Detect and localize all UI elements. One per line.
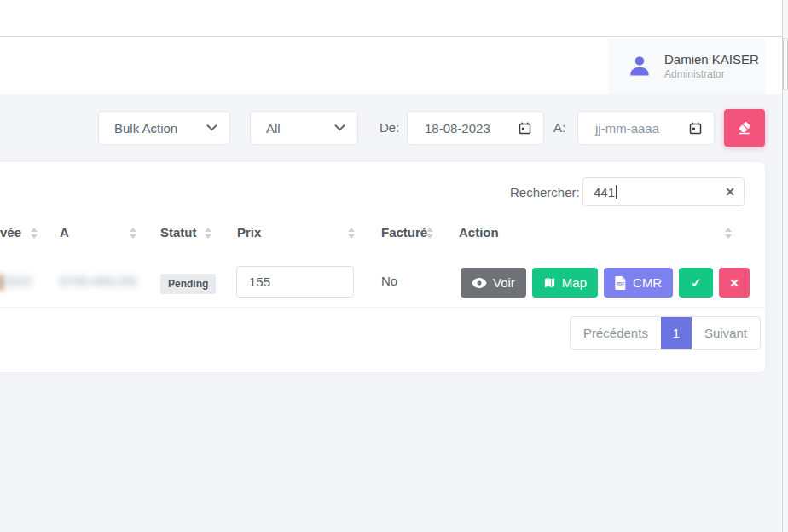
scrollbar-thumb[interactable] (783, 38, 788, 90)
user-avatar-icon (627, 53, 652, 78)
sort-icon[interactable] (130, 228, 136, 239)
close-icon: ✕ (729, 276, 739, 290)
price-value: 155 (249, 275, 270, 289)
sort-icon[interactable] (31, 228, 38, 239)
date-from-label: De: (380, 120, 399, 135)
search-input[interactable]: 441 ✕ (582, 177, 745, 206)
column-header-a[interactable]: A (60, 225, 69, 240)
status-filter-value: All (266, 121, 281, 136)
date-to-label: A: (553, 120, 565, 135)
top-navbar (0, 0, 782, 37)
search-label: Rechercher: (510, 185, 580, 200)
eraser-icon (737, 120, 752, 136)
row-actions: Voir Map PDF CMR ✓ ✕ (461, 268, 750, 298)
column-header-arrivee[interactable]: vée (0, 225, 21, 240)
row-divider (0, 307, 765, 308)
pagination-next[interactable]: Suivant (692, 317, 760, 349)
column-header-action[interactable]: Action (459, 225, 499, 240)
file-pdf-icon: PDF (615, 276, 627, 290)
cell-destination-redacted: 6700-ARLON (60, 274, 136, 288)
user-role: Administrator (664, 68, 759, 80)
search-value: 441 (594, 185, 617, 200)
chevron-down-icon (206, 124, 217, 131)
map-button[interactable]: Map (532, 268, 598, 298)
date-to-placeholder: jj-mm-aaaa (595, 121, 659, 136)
approve-button[interactable]: ✓ (679, 268, 713, 298)
calendar-icon[interactable] (519, 122, 531, 135)
date-to-input[interactable]: jj-mm-aaaa (577, 111, 715, 145)
status-badge: Pending (160, 274, 216, 294)
user-name: Damien KAISER (664, 52, 759, 66)
search-clear-icon[interactable]: ✕ (725, 185, 735, 199)
pagination-previous[interactable]: Précédents (571, 317, 661, 349)
sort-icon[interactable] (426, 228, 433, 239)
chevron-down-icon (334, 124, 345, 131)
view-button[interactable]: Voir (461, 268, 526, 298)
cell-arrival-date-redacted: 18-08-2023 (0, 274, 32, 288)
user-meta: Damien KAISER Administrator (664, 52, 759, 80)
price-input[interactable]: 155 (236, 266, 354, 298)
text-caret (616, 185, 617, 199)
calendar-icon[interactable] (689, 122, 702, 135)
check-icon: ✓ (691, 275, 702, 291)
cmr-pdf-button[interactable]: PDF CMR (604, 268, 673, 298)
column-header-prix[interactable]: Prix (237, 225, 261, 240)
user-menu[interactable]: Damien KAISER Administrator (608, 38, 765, 94)
date-from-input[interactable]: 18-08-2023 (407, 111, 544, 145)
status-filter-select[interactable]: All (250, 111, 358, 145)
sort-icon[interactable] (205, 228, 211, 239)
column-header-facture[interactable]: Facturé (381, 225, 427, 240)
sort-icon[interactable] (725, 228, 732, 239)
clear-filters-button[interactable] (724, 109, 765, 147)
map-icon (543, 276, 556, 289)
column-header-statut[interactable]: Statut (160, 225, 197, 240)
eye-icon (472, 278, 487, 288)
delete-button[interactable]: ✕ (719, 268, 750, 298)
bulk-action-select[interactable]: Bulk Action (98, 111, 230, 145)
svg-text:PDF: PDF (617, 282, 624, 286)
pagination-page-1[interactable]: 1 (661, 317, 692, 349)
app-window: Damien KAISER Administrator Bulk Action … (0, 0, 788, 532)
pagination: Précédents 1 Suivant (570, 316, 761, 350)
sort-icon[interactable] (348, 228, 355, 239)
bulk-action-value: Bulk Action (114, 121, 177, 136)
date-from-value: 18-08-2023 (425, 121, 490, 136)
cell-invoiced: No (381, 274, 397, 288)
